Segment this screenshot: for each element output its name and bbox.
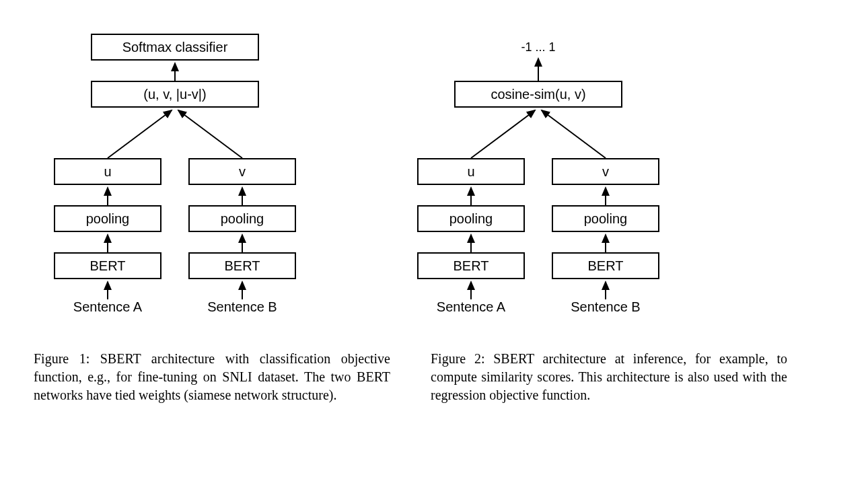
figure-2-diagram: -1 ... 1 cosine-sim(u, v) u pooling BERT…	[397, 27, 680, 330]
v-label: v	[239, 164, 246, 180]
pooling-left-box-2: pooling	[417, 205, 525, 232]
input-right-label: Sentence B	[188, 299, 296, 315]
bert-right-label-2: BERT	[588, 258, 624, 274]
bert-left-label-2: BERT	[454, 258, 489, 274]
svg-line-11	[542, 110, 606, 158]
figure-2: -1 ... 1 cosine-sim(u, v) u pooling BERT…	[397, 27, 680, 330]
svg-line-10	[471, 110, 535, 158]
u-box-2: u	[417, 158, 525, 185]
pooling-right-box-2: pooling	[552, 205, 659, 232]
cosine-label: cosine-sim(u, v)	[491, 87, 585, 102]
figure-1: Softmax classifier (u, v, |u-v|) u pooli…	[34, 27, 316, 330]
cosine-box: cosine-sim(u, v)	[454, 81, 622, 108]
bert-right-box: BERT	[188, 252, 296, 279]
v-label-2: v	[602, 164, 609, 180]
pooling-left-box: pooling	[54, 205, 161, 232]
input-left-label: Sentence A	[54, 299, 161, 315]
merge-box: (u, v, |u-v|)	[91, 81, 259, 108]
u-label: u	[104, 164, 111, 180]
bert-left-box-2: BERT	[417, 252, 525, 279]
bert-right-box-2: BERT	[552, 252, 659, 279]
v-box: v	[188, 158, 296, 185]
merge-label: (u, v, |u-v|)	[143, 87, 206, 102]
pooling-left-label: pooling	[86, 211, 130, 227]
figure-1-diagram: Softmax classifier (u, v, |u-v|) u pooli…	[34, 27, 316, 330]
pooling-left-label-2: pooling	[449, 211, 493, 227]
softmax-label: Softmax classifier	[122, 40, 228, 55]
pooling-right-label: pooling	[221, 211, 264, 227]
bert-left-box: BERT	[54, 252, 161, 279]
softmax-box: Softmax classifier	[91, 34, 259, 61]
svg-line-2	[178, 110, 242, 158]
bert-right-label: BERT	[225, 258, 260, 274]
svg-line-1	[108, 110, 172, 158]
bert-left-label: BERT	[90, 258, 126, 274]
v-box-2: v	[552, 158, 659, 185]
figure-1-caption: Figure 1: SBERT architecture with classi…	[34, 350, 390, 404]
input-left-label-2: Sentence A	[417, 299, 525, 315]
u-box: u	[54, 158, 161, 185]
pooling-right-box: pooling	[188, 205, 296, 232]
input-right-label-2: Sentence B	[552, 299, 659, 315]
figure-2-caption: Figure 2: SBERT architecture at inferenc…	[431, 350, 787, 404]
range-label: -1 ... 1	[505, 40, 572, 54]
u-label-2: u	[467, 164, 474, 180]
pooling-right-label-2: pooling	[584, 211, 628, 227]
